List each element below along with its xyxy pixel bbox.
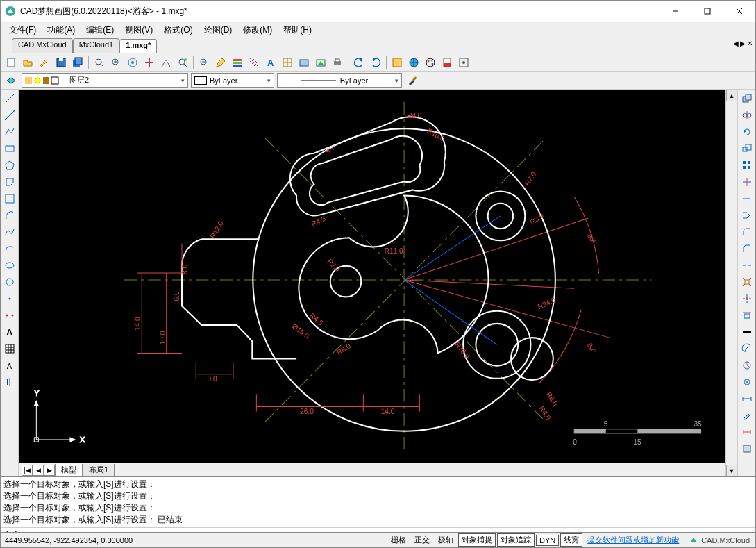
layer-states-icon[interactable] [3,73,19,88]
chamfer-icon[interactable] [739,241,755,256]
arc-icon[interactable] [2,208,17,223]
doc-tab-1[interactable]: MxCloud1 [73,38,120,53]
save-icon[interactable] [53,55,69,70]
tab-close-icon[interactable]: ✕ [747,40,753,47]
divide-icon[interactable] [739,374,755,390]
explode-icon[interactable] [739,274,755,290]
fillet-icon[interactable] [739,224,755,240]
close-button[interactable] [723,1,755,22]
status-lwt[interactable]: 线宽 [560,533,582,547]
menu-draw[interactable]: 绘图(D) [199,23,238,38]
eyedrop-icon[interactable] [739,408,755,423]
measure-icon[interactable] [739,391,755,406]
pan-icon[interactable] [142,55,157,70]
undo-icon[interactable] [351,55,367,70]
redo-icon[interactable] [368,55,383,70]
save-all-icon[interactable] [70,55,85,70]
menu-format[interactable]: 格式(O) [158,23,198,38]
edit-pencil-icon[interactable] [213,55,228,70]
break-icon[interactable] [739,258,755,273]
settings-icon[interactable] [456,55,471,70]
mirror-icon[interactable] [739,108,755,123]
pdf-icon[interactable] [439,55,455,70]
layout-tab-1[interactable]: 布局1 [83,464,115,476]
status-dyn[interactable]: DYN [536,535,559,546]
ellipse-icon[interactable] [2,258,17,273]
doc-tab-2[interactable]: 1.mxg* [119,39,157,53]
rectangle2-icon[interactable] [2,191,17,206]
maximize-button[interactable] [691,1,723,22]
menu-file[interactable]: 文件(F) [3,23,42,38]
hatch-edit-icon[interactable] [246,55,262,70]
stretch-icon[interactable] [739,208,755,223]
palette-icon[interactable] [423,55,438,70]
status-polar[interactable]: 极轴 [435,533,457,547]
menu-view[interactable]: 视图(V) [119,23,158,38]
scale-icon[interactable] [739,141,755,156]
boundary-icon[interactable] [2,174,17,190]
line-icon[interactable] [2,91,17,106]
table-grid-icon[interactable] [2,341,17,356]
polygon-icon[interactable] [2,158,17,173]
move-icon[interactable] [739,291,755,306]
revcloud-icon[interactable] [739,441,755,456]
trim-icon[interactable] [739,174,755,190]
menu-help[interactable]: 帮助(H) [278,23,317,38]
status-grid[interactable]: 栅格 [387,533,410,547]
linetype-combo[interactable]: ByLayer [277,73,402,88]
xline-icon[interactable] [2,108,17,123]
doc-tab-0[interactable]: CAD.MxCloud [12,38,73,53]
ellipse-arc-icon[interactable] [2,241,17,256]
open-icon[interactable] [20,55,35,70]
brush-icon[interactable] [405,73,420,88]
status-otrack[interactable]: 对象追踪 [497,533,535,547]
new-icon[interactable] [3,55,19,70]
export-img-icon[interactable] [296,55,312,70]
color-combo[interactable]: ByLayer [191,73,274,88]
annotate-icon[interactable] [37,55,52,70]
browser-icon[interactable] [389,55,405,70]
circle-icon[interactable] [2,274,17,290]
zoom-realtime-icon[interactable] [125,55,140,70]
status-ortho[interactable]: 正交 [411,533,433,547]
menu-edit[interactable]: 编辑(E) [81,23,119,38]
align-icon[interactable] [739,308,755,323]
layout-first-icon[interactable]: |◀ [22,465,33,476]
zoom-window-icon[interactable] [92,55,107,70]
layers-icon[interactable] [230,55,245,70]
rect-icon[interactable] [2,141,17,156]
layer-combo[interactable]: 图层2 [22,73,188,88]
offset-sep-icon[interactable] [739,324,755,340]
text-icon[interactable]: A [2,324,17,340]
zoom-out-icon[interactable] [175,55,190,70]
feedback-link[interactable]: 提交软件问题或增加新功能 [583,535,683,545]
menu-function[interactable]: 功能(A) [42,23,81,38]
array-icon[interactable] [739,158,755,173]
mtext-icon[interactable]: |A [2,358,17,373]
copy-icon[interactable] [739,91,755,106]
zoom-in-icon[interactable] [158,55,174,70]
layout-tab-model[interactable]: 模型 [55,464,83,476]
extend-icon[interactable] [739,191,755,206]
rotate-icon[interactable] [739,124,755,140]
status-osnap[interactable]: 对象捕捉 [458,533,496,547]
drawing-canvas[interactable]: R4.0 R10.0 R7.0 R3.0 30° R34.0 30° R19.0… [19,90,725,463]
lengthen-icon[interactable] [739,358,755,373]
point-multi-icon[interactable] [2,308,17,323]
minimize-button[interactable] [660,1,691,22]
point-icon[interactable] [2,291,17,306]
tab-prev-icon[interactable]: ◀ [733,40,739,47]
menu-modify[interactable]: 修改(M) [237,23,278,38]
offset-icon[interactable] [739,341,755,356]
globe-icon[interactable] [406,55,421,70]
dimension-icon[interactable] [739,424,755,440]
table-icon[interactable] [280,55,295,70]
block-icon[interactable]: I [2,374,17,390]
print-icon[interactable] [330,55,345,70]
text-style-icon[interactable]: A [263,55,278,70]
layout-prev-icon[interactable]: ◀ [33,465,44,476]
select-icon[interactable] [196,55,212,70]
zoom-extents-icon[interactable] [108,55,124,70]
export-dxf-icon[interactable] [313,55,328,70]
tab-next-icon[interactable]: ▶ [740,40,746,47]
